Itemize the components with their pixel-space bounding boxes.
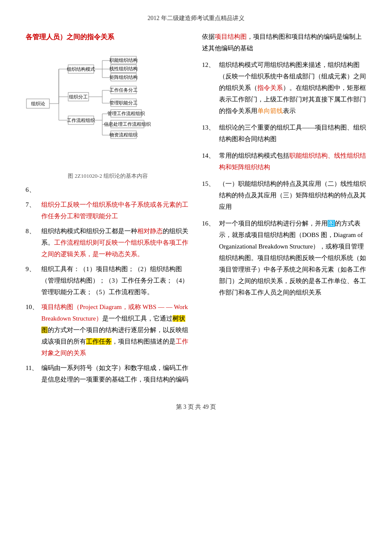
item-14: 14、 常用的组织结构模式包括职能组织结构、线性组织结构和矩阵组织结构 [202,150,366,173]
item-13-body: 组织论的三个重要的组织工具——项目结构图、组织结构图和合同结构图 [219,122,366,145]
item-12: 12、 组织结构模式可用组织结构图来描述，组织结构图（反映一个组织系统中各组成部… [202,59,366,117]
svg-text:矩阵组织结构: 矩阵组织结构 [110,75,138,80]
svg-text:工作任务分工: 工作任务分工 [110,87,138,92]
svg-text:组织论: 组织论 [31,101,45,106]
item-16-body: 对一个项目的组织结构进行分解，并用图的方式表示，就形成项目组织结构图（DOBS … [219,218,366,298]
item-9: 9、 组织工具有：（1）项目结构图；（2）组织结构图（管理组织结构图）；（3）工… [26,263,190,298]
page-footer: 第 3 页 共 49 页 [26,402,366,412]
svg-text:线性组织结构: 线性组织结构 [110,66,138,71]
org-chart: 组织论 组织结构模式 组织分工 工作流程组织 [26,48,190,181]
item-6-num: 6、 [26,184,40,196]
item-9-body: 组织工具有：（1）项目结构图；（2）组织结构图（管理组织结构图）；（3）工作任务… [41,263,190,298]
header-title: 2012 年二级建造师考试重点精品讲义 [147,15,245,21]
item-13: 13、 组织论的三个重要的组织工具——项目结构图、组织结构图和合同结构图 [202,122,366,145]
item-7: 7、 组织分工反映一个组织系统中各子系统或各元素的工作任务分工和管理职能分工 [26,199,190,222]
right-column: 依据项目结构图，项目结构图和项目结构的编码是编制上述其他编码的基础 12、 组织… [202,31,366,389]
item-7-num: 7、 [26,199,40,211]
item-14-body: 常用的组织结构模式包括职能组织结构、线性组织结构和矩阵组织结构 [219,150,366,173]
item-15-num: 15、 [202,178,219,213]
svg-text:物资流程组织: 物资流程组织 [110,132,138,137]
item-11-body: 编码由一系列符号（如文字）和数字组成，编码工作是信息处理的一项重要的基础工作，项… [41,362,190,385]
svg-text:管理工作流程组织: 管理工作流程组织 [107,111,145,116]
item-15: 15、 （一）职能组织结构的特点及其应用（二）线性组织结构的特点及其应用（三）矩… [202,178,366,213]
item-11-num: 11、 [26,362,40,374]
item-16-num: 16、 [202,218,219,298]
footer-text: 第 3 页 共 49 页 [176,404,216,410]
svg-text:组织结构模式: 组织结构模式 [67,66,95,72]
page-header: 2012 年二级建造师考试重点精品讲义 [26,13,366,23]
svg-text:组织分工: 组织分工 [69,94,88,99]
svg-text:管理职能分工: 管理职能分工 [110,100,138,105]
item-10-num: 10、 [26,301,40,313]
item-6: 6、 [26,184,190,196]
item-9-num: 9、 [26,263,40,275]
item-8-body: 组织结构模式和组织分工都是一种相对静态的组织关系。工作流程组织则可反映一个组织系… [41,225,190,260]
right-intro: 依据项目结构图，项目结构图和项目结构的编码是编制上述其他编码的基础 [202,31,366,54]
svg-text:职能组织结构: 职能组织结构 [110,58,138,63]
item-16: 16、 对一个项目的组织结构进行分解，并用图的方式表示，就形成项目组织结构图（D… [202,218,366,298]
item-12-num: 12、 [202,59,219,117]
chart-caption: 图 2Z101020-2 组织论的基本内容 [26,171,190,181]
svg-text:工作流程组织: 工作流程组织 [67,118,95,123]
item-8: 8、 组织结构模式和组织分工都是一种相对静态的组织关系。工作流程组织则可反映一个… [26,225,190,260]
item-13-num: 13、 [202,122,219,145]
item-10-body: 项目结构图（Project Diagram，或称 WBS — — Work Br… [41,301,190,359]
item-10: 10、 项目结构图（Project Diagram，或称 WBS — — Wor… [26,301,190,359]
item-8-num: 8、 [26,225,40,237]
item-12-body: 组织结构模式可用组织结构图来描述，组织结构图（反映一个组织系统中各组成部门（组成… [219,59,366,117]
svg-text:信息处理工作流程组织: 信息处理工作流程组织 [104,121,151,127]
left-column: 各管理人员）之间的指令关系 组织论 组织结构模式 [26,31,190,389]
item-14-num: 14、 [202,150,219,173]
item-15-body: （一）职能组织结构的特点及其应用（二）线性组织结构的特点及其应用（三）矩阵组织结… [219,178,366,213]
item-11: 11、 编码由一系列符号（如文字）和数字组成，编码工作是信息处理的一项重要的基础… [26,362,190,385]
left-heading: 各管理人员）之间的指令关系 [26,31,190,43]
item-7-body: 组织分工反映一个组织系统中各子系统或各元素的工作任务分工和管理职能分工 [41,199,190,222]
